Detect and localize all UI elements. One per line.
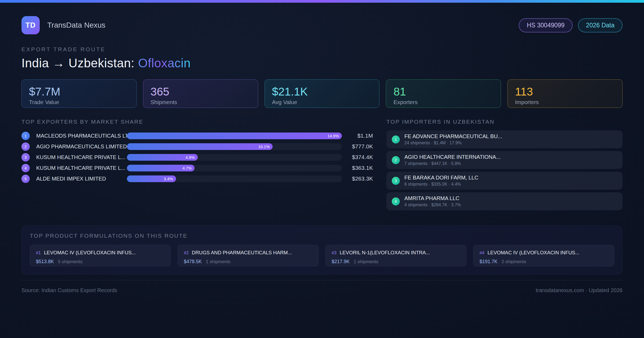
- market-share-percent: 10.1%: [258, 144, 270, 149]
- product-card: #1 LEVOMAC IV (LEVOFLOXACIN INFUS... $51…: [30, 245, 171, 266]
- importers-heading: TOP IMPORTERS IN UZBEKISTAN: [386, 119, 623, 125]
- market-share-bar-fill: 3.4%: [127, 175, 176, 182]
- exporter-value: $777.0K: [346, 143, 373, 150]
- stat-value: 365: [151, 85, 251, 98]
- market-share-percent: 14.9%: [327, 134, 339, 138]
- app-logo: TD: [21, 16, 40, 34]
- rank-badge: 1: [392, 135, 400, 144]
- exporter-row: 1 MACLEODS PHARMACEUTICALS LTD 14.9% $1.…: [21, 130, 373, 141]
- stat-card-avg-value: $21.1K Avg Value: [265, 79, 380, 108]
- market-share-bar-fill: 10.1%: [127, 143, 273, 150]
- product-value: $191.7K: [480, 259, 497, 264]
- exporter-row: 2 AGIO PHARMACEUTICALS LIMITED 10.1% $77…: [21, 141, 373, 152]
- exporter-name: AGIO PHARMACEUTICALS LIMITED: [36, 144, 127, 150]
- brand: TD TransData Nexus: [21, 16, 105, 34]
- product-value: $513.8K: [36, 259, 54, 264]
- importer-meta: 4 shipments · $284.7K · 3.7%: [404, 203, 461, 207]
- product-rank: #4: [480, 251, 484, 255]
- page-title-product: Ofloxacin: [138, 56, 191, 70]
- rank-badge: 1: [21, 132, 30, 140]
- importer-name: AMRITA PHARMA LLC: [404, 195, 461, 201]
- exporters-heading: TOP EXPORTERS BY MARKET SHARE: [21, 119, 373, 125]
- stat-label: Exporters: [393, 99, 493, 105]
- product-rank: #2: [184, 251, 189, 255]
- exporter-row: 3 KUSUM HEALTHCARE PRIVATE L... 4.9% $37…: [21, 152, 373, 163]
- market-share-bar-track: 10.1%: [127, 143, 342, 150]
- exporter-value: $263.3K: [346, 175, 373, 182]
- header-badges: HS 30049099 2026 Data: [519, 18, 623, 32]
- stat-value: $21.1K: [272, 85, 372, 98]
- product-shipments: 1 shipments: [206, 259, 230, 264]
- stat-card-shipments: 365 Shipments: [143, 79, 258, 108]
- importer-card: 2 AGIO HEALTHCARE INTERNATIONA... 7 ship…: [386, 151, 623, 169]
- stat-label: Trade Value: [29, 99, 129, 105]
- stat-value: $7.7M: [29, 85, 129, 98]
- exporter-name: KUSUM HEALTHCARE PRIVATE L...: [36, 154, 127, 160]
- product-value: $217.9K: [332, 259, 350, 264]
- rank-badge: 2: [392, 156, 400, 164]
- rank-badge: 2: [21, 142, 30, 151]
- exporter-value: $1.1M: [346, 133, 373, 139]
- stat-card-trade-value: $7.7M Trade Value: [21, 79, 137, 108]
- product-card: #3 LEVORIL N-1(LEVOFLOXACIN INTRA... $21…: [325, 245, 466, 266]
- exporters-list: 1 MACLEODS PHARMACEUTICALS LTD 14.9% $1.…: [21, 130, 373, 184]
- product-name: LEVOMAC IV (LEVOFLOXACIN INFUS...: [488, 250, 579, 256]
- exporter-value: $374.4K: [346, 154, 373, 160]
- header: TD TransData Nexus HS 30049099 2026 Data: [21, 16, 623, 34]
- market-share-bar-fill: 14.9%: [127, 133, 342, 139]
- products-list: #1 LEVOMAC IV (LEVOFLOXACIN INFUS... $51…: [30, 245, 614, 266]
- product-rank: #3: [332, 251, 336, 255]
- page-title-main: India → Uzbekistan:: [21, 56, 138, 70]
- rank-badge: 4: [21, 164, 30, 172]
- page-container: TD TransData Nexus HS 30049099 2026 Data…: [0, 16, 644, 293]
- market-share-bar-track: 14.9%: [127, 133, 342, 139]
- main-columns: TOP EXPORTERS BY MARKET SHARE 1 MACLEODS…: [21, 119, 623, 213]
- product-name: DRUGS AND PHARMACEUTICALS HARM...: [192, 250, 292, 256]
- importer-meta: 24 shipments · $1.4M · 17.9%: [404, 141, 502, 145]
- stat-card-importers: 113 Importers: [507, 79, 623, 108]
- importer-meta: 6 shipments · $335.0K · 4.4%: [404, 182, 478, 187]
- stat-label: Avg Value: [272, 99, 372, 105]
- market-share-bar-track: 3.4%: [127, 175, 342, 182]
- product-name: LEVORIL N-1(LEVOFLOXACIN INTRA...: [340, 250, 430, 256]
- product-name: LEVOMAC IV (LEVOFLOXACIN INFUS...: [44, 250, 136, 256]
- footer-source: Source: Indian Customs Export Records: [21, 287, 117, 293]
- footer: Source: Indian Customs Export Records tr…: [21, 280, 623, 293]
- exporters-section: TOP EXPORTERS BY MARKET SHARE 1 MACLEODS…: [21, 119, 373, 184]
- rank-badge: 5: [21, 175, 30, 183]
- product-shipments: 1 shipments: [354, 259, 378, 264]
- importer-card: 4 AMRITA PHARMA LLC 4 shipments · $284.7…: [386, 192, 623, 210]
- product-rank: #1: [36, 251, 41, 255]
- importer-name: FE ADVANCE PHARMACEUTICAL BU...: [404, 133, 502, 139]
- market-share-bar-track: 4.9%: [127, 154, 342, 161]
- product-card: #2 DRUGS AND PHARMACEUTICALS HARM... $47…: [178, 245, 319, 266]
- stat-label: Importers: [515, 99, 615, 105]
- exporter-name: KUSUM HEALTHCARE PRIVATE L...: [36, 165, 127, 171]
- market-share-percent: 4.7%: [182, 166, 192, 170]
- stat-value: 81: [393, 85, 493, 98]
- importer-name: FE BARAKA DORI FARM, LLC: [404, 175, 478, 181]
- top-accent-bar: [0, 0, 644, 3]
- page-title: India → Uzbekistan: Ofloxacin: [21, 56, 623, 70]
- market-share-bar-fill: 4.7%: [127, 165, 195, 171]
- importers-section: TOP IMPORTERS IN UZBEKISTAN 1 FE ADVANCE…: [386, 119, 623, 213]
- product-value: $478.5K: [184, 259, 202, 264]
- market-share-bar-fill: 4.9%: [127, 154, 198, 161]
- product-shipments: 2 shipments: [502, 259, 526, 264]
- exporter-value: $363.1K: [346, 165, 373, 171]
- hs-code-badge[interactable]: HS 30049099: [519, 18, 573, 32]
- exporter-name: MACLEODS PHARMACEUTICALS LTD: [36, 133, 127, 139]
- data-year-badge[interactable]: 2026 Data: [578, 18, 623, 32]
- exporter-row: 5 ALDE MEDI IMPEX LIMITED 3.4% $263.3K: [21, 173, 373, 184]
- market-share-percent: 3.4%: [164, 177, 173, 181]
- rank-badge: 4: [392, 197, 400, 205]
- stat-value: 113: [515, 85, 615, 98]
- product-shipments: 5 shipments: [58, 259, 83, 264]
- market-share-percent: 4.9%: [185, 155, 195, 160]
- product-formulations-panel: TOP PRODUCT FORMULATIONS ON THIS ROUTE #…: [21, 225, 623, 275]
- product-card: #4 LEVOMAC IV (LEVOFLOXACIN INFUS... $19…: [473, 245, 614, 266]
- rank-badge: 3: [21, 153, 30, 161]
- importer-meta: 7 shipments · $447.1K · 5.8%: [404, 161, 500, 166]
- footer-site: transdatanexus.com · Updated 2026: [536, 287, 623, 293]
- rank-badge: 3: [392, 177, 400, 185]
